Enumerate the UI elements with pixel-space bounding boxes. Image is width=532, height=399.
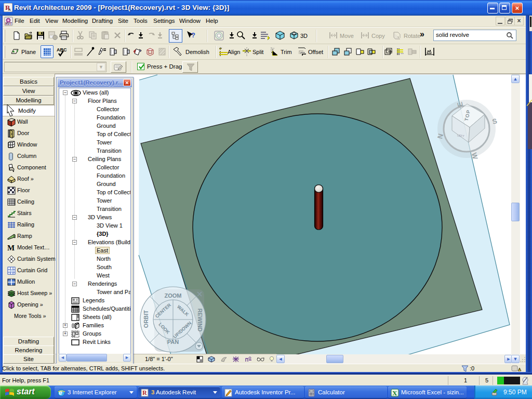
svg-text:ABC: ABC <box>57 47 67 52</box>
svg-text:ORBIT: ORBIT <box>143 310 149 328</box>
svg-text:RVT: RVT <box>5 22 12 25</box>
svg-text:S: S <box>491 117 498 126</box>
svg-text:M: M <box>7 244 15 252</box>
svg-text:?: ? <box>191 31 195 39</box>
svg-text:ZOOM: ZOOM <box>165 292 182 299</box>
svg-text:REWIND: REWIND <box>197 309 203 332</box>
svg-text:R: R <box>142 389 147 396</box>
svg-text:PAN: PAN <box>167 339 179 345</box>
svg-text:A: A <box>8 8 11 11</box>
svg-text:X: X <box>392 389 397 397</box>
svg-text:e: e <box>59 389 62 396</box>
svg-text:W: W <box>470 152 480 160</box>
